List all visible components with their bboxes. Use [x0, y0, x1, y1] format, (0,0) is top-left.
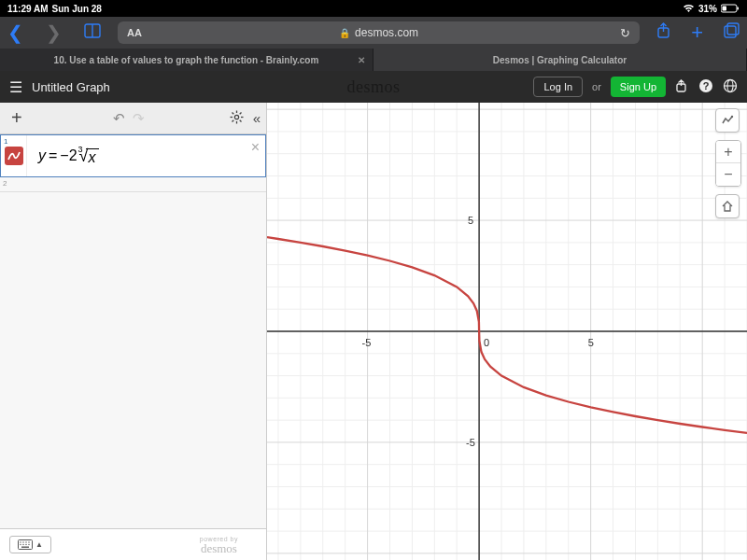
- login-button[interactable]: Log In: [533, 77, 583, 97]
- svg-rect-7: [725, 26, 736, 37]
- graph-settings-button[interactable]: [715, 108, 740, 133]
- status-date: Sun Jun 28: [52, 4, 102, 14]
- zoom-out-button[interactable]: −: [716, 163, 740, 186]
- share-graph-button[interactable]: [675, 79, 689, 95]
- svg-point-26: [22, 541, 23, 542]
- tab-label: Desmos | Graphing Calculator: [493, 55, 627, 65]
- desmos-header: ☰ Untitled Graph desmos Log In or Sign U…: [0, 71, 747, 103]
- svg-point-25: [20, 541, 21, 542]
- svg-point-15: [234, 115, 238, 119]
- status-time: 11:29 AM: [7, 4, 49, 14]
- tab-close-button[interactable]: ✕: [358, 55, 365, 65]
- tab-label: 10. Use a table of values to graph the f…: [54, 55, 319, 65]
- expression-settings-button[interactable]: [230, 110, 244, 127]
- lock-icon: 🔒: [339, 28, 350, 38]
- share-button[interactable]: [656, 22, 670, 44]
- tab-brainly[interactable]: 10. Use a table of values to graph the f…: [0, 49, 374, 71]
- add-expression-button[interactable]: +: [6, 107, 28, 129]
- bookmarks-button[interactable]: [84, 23, 101, 42]
- main-area: + ↶ ↷ « 1 y=−2 3 √x: [0, 103, 747, 560]
- url-host: desmos.com: [355, 26, 418, 39]
- expression-index: 1: [4, 137, 7, 146]
- tab-desmos[interactable]: Desmos | Graphing Calculator: [374, 49, 747, 71]
- svg-line-23: [232, 119, 233, 121]
- delete-expression-button[interactable]: ×: [251, 139, 260, 156]
- graph-controls: + −: [715, 108, 741, 218]
- svg-point-27: [25, 541, 26, 542]
- help-button[interactable]: ?: [698, 78, 713, 96]
- svg-rect-33: [21, 547, 29, 548]
- svg-text:?: ?: [703, 80, 710, 91]
- svg-rect-1: [723, 7, 727, 11]
- expression-row-1[interactable]: 1 y=−2 3 √x ×: [0, 134, 266, 177]
- nav-forward-button[interactable]: ❯: [46, 21, 62, 44]
- ipad-status-bar: 11:29 AM Sun Jun 28 31%: [0, 0, 747, 17]
- expression-badge[interactable]: 1: [1, 135, 27, 176]
- safari-tab-bar: 10. Use a table of values to graph the f…: [0, 49, 747, 71]
- keyboard-toggle-button[interactable]: ▲: [9, 536, 51, 553]
- svg-line-22: [239, 112, 241, 114]
- expression-color-icon: [5, 147, 23, 165]
- axis-label: 0: [484, 337, 489, 348]
- language-button[interactable]: [723, 78, 738, 96]
- axis-label: 5: [468, 215, 473, 226]
- graph-title[interactable]: Untitled Graph: [32, 80, 110, 94]
- svg-line-21: [239, 119, 241, 121]
- battery-icon: [721, 4, 740, 13]
- graph-area[interactable]: -5 0 5 5 -5 + −: [267, 103, 747, 560]
- axis-label: 5: [588, 337, 594, 348]
- reader-aa-button[interactable]: AA: [127, 27, 142, 38]
- zoom-in-button[interactable]: +: [716, 141, 740, 163]
- undo-button[interactable]: ↶: [113, 110, 125, 127]
- expression-panel-footer: ▲ powered by desmos: [0, 528, 266, 560]
- svg-point-32: [28, 544, 29, 545]
- svg-rect-8: [727, 23, 739, 35]
- svg-point-30: [22, 544, 23, 545]
- wifi-icon: [683, 4, 695, 13]
- collapse-panel-button[interactable]: «: [253, 110, 261, 126]
- svg-line-20: [232, 112, 233, 114]
- svg-point-28: [28, 541, 29, 542]
- axis-label: -5: [466, 437, 475, 448]
- desmos-logo: desmos: [347, 77, 401, 97]
- redo-button[interactable]: ↷: [133, 110, 145, 127]
- url-bar[interactable]: AA 🔒 desmos.com ↻: [118, 21, 640, 44]
- powered-by-desmos: powered by desmos: [200, 536, 238, 554]
- zoom-home-button[interactable]: [715, 194, 740, 218]
- expression-input[interactable]: y=−2 3 √x: [27, 135, 265, 176]
- svg-point-79: [731, 116, 733, 118]
- axis-label: -5: [362, 337, 372, 348]
- expression-row-2[interactable]: 2: [0, 177, 266, 192]
- expression-index: 2: [3, 179, 7, 188]
- graph-plot[interactable]: [267, 103, 747, 560]
- expression-panel: + ↶ ↷ « 1 y=−2 3 √x: [0, 103, 267, 560]
- expression-toolbar: + ↶ ↷ «: [0, 103, 266, 134]
- reload-button[interactable]: ↻: [620, 26, 630, 40]
- svg-rect-2: [738, 7, 740, 10]
- battery-percent: 31%: [698, 4, 717, 14]
- signup-button[interactable]: Sign Up: [611, 77, 666, 97]
- svg-point-31: [25, 544, 26, 545]
- svg-point-29: [20, 544, 21, 545]
- nav-back-button[interactable]: ❮: [7, 21, 23, 44]
- safari-toolbar: ❮ ❯ AA 🔒 desmos.com ↻ +: [0, 17, 747, 49]
- menu-button[interactable]: ☰: [9, 78, 22, 96]
- new-tab-button[interactable]: +: [691, 21, 703, 45]
- or-text: or: [592, 81, 601, 92]
- tabs-overview-button[interactable]: [724, 22, 740, 43]
